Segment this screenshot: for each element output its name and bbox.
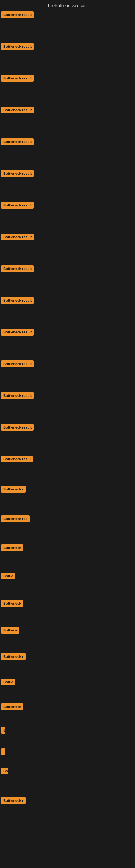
list-item: B — [1, 727, 135, 735]
list-item: Bottleneck result — [1, 170, 135, 178]
bottleneck-badge[interactable]: Bottleneck result — [1, 138, 34, 145]
list-item: Bottleneck result — [1, 424, 135, 432]
bottleneck-badge[interactable]: Bottleneck r — [1, 653, 26, 660]
bottleneck-badge[interactable]: Bo — [1, 768, 8, 774]
bottleneck-badge[interactable]: Bottleneck result — [1, 43, 34, 50]
list-item: Bottleneck r — [1, 653, 135, 661]
list-item: Bottleneck result — [1, 106, 135, 115]
bottleneck-badge[interactable]: Bottleneck result — [1, 202, 34, 209]
list-item: Bottleneck result — [1, 75, 135, 83]
bottleneck-badge[interactable]: Bottleneck result — [1, 170, 34, 177]
list-item: Bottleneck res — [1, 516, 135, 523]
site-title: TheBottlenecker.com — [0, 1, 135, 11]
list-item: Bottleneck result — [1, 297, 135, 305]
list-item: Bottleneck result — [1, 202, 135, 210]
bottleneck-badge[interactable]: Bottleneck result — [1, 329, 34, 336]
list-item: Bottleneck result — [1, 11, 135, 19]
list-item: Bottle — [1, 572, 135, 581]
bottleneck-badge[interactable]: Bottleneck result — [1, 392, 34, 399]
list-item: Bottleneck result — [1, 138, 135, 146]
list-item: Bottle — [1, 679, 135, 686]
list-item: Bottleneck — [1, 600, 135, 608]
bottleneck-badge[interactable]: Bottleneck result — [1, 424, 34, 431]
list-item: Bottleneck result — [1, 361, 135, 368]
list-item: Bottleneck — [1, 703, 135, 711]
page-wrapper: TheBottlenecker.com Bottleneck resultBot… — [0, 0, 135, 828]
list-item: Bottlene — [1, 627, 135, 635]
bottleneck-badge[interactable]: Bottleneck result — [1, 11, 34, 18]
bottleneck-badge[interactable]: Bottle — [1, 572, 15, 579]
bottleneck-badge[interactable]: Bottleneck result — [1, 297, 34, 304]
list-item: Bo — [1, 768, 135, 775]
list-item: Bottleneck r — [1, 486, 135, 494]
bottleneck-badge[interactable]: Bottleneck result — [1, 265, 34, 272]
list-item: Bottleneck result — [1, 329, 135, 337]
bottleneck-badge[interactable]: | — [1, 748, 5, 755]
bottleneck-badge[interactable]: Bottlene — [1, 627, 19, 633]
list-item: Bottleneck — [1, 545, 135, 552]
bottleneck-badge[interactable]: Bottleneck — [1, 600, 23, 607]
bottleneck-badge[interactable]: Bottleneck result — [1, 106, 34, 113]
list-item: Bottleneck result — [1, 234, 135, 241]
bottleneck-badge[interactable]: Bottleneck resul — [1, 456, 33, 463]
list-item: | — [1, 748, 135, 756]
bottleneck-badge[interactable]: B — [1, 727, 5, 734]
list-item: Bottleneck result — [1, 265, 135, 273]
list-item: Bottleneck r — [1, 797, 135, 805]
list-item: Bottleneck result — [1, 43, 135, 51]
items-container: Bottleneck resultBottleneck resultBottle… — [0, 11, 135, 805]
bottleneck-badge[interactable]: Bottleneck result — [1, 361, 34, 367]
bottleneck-badge[interactable]: Bottleneck result — [1, 234, 34, 240]
list-item: Bottleneck result — [1, 392, 135, 400]
bottleneck-badge[interactable]: Bottle — [1, 679, 15, 685]
list-item: Bottleneck resul — [1, 456, 135, 464]
bottleneck-badge[interactable]: Bottleneck — [1, 545, 23, 551]
bottleneck-badge[interactable]: Bottleneck result — [1, 75, 34, 82]
bottleneck-badge[interactable]: Bottleneck r — [1, 797, 26, 804]
bottleneck-badge[interactable]: Bottleneck res — [1, 516, 30, 522]
bottleneck-badge[interactable]: Bottleneck — [1, 703, 23, 710]
bottleneck-badge[interactable]: Bottleneck r — [1, 486, 26, 493]
